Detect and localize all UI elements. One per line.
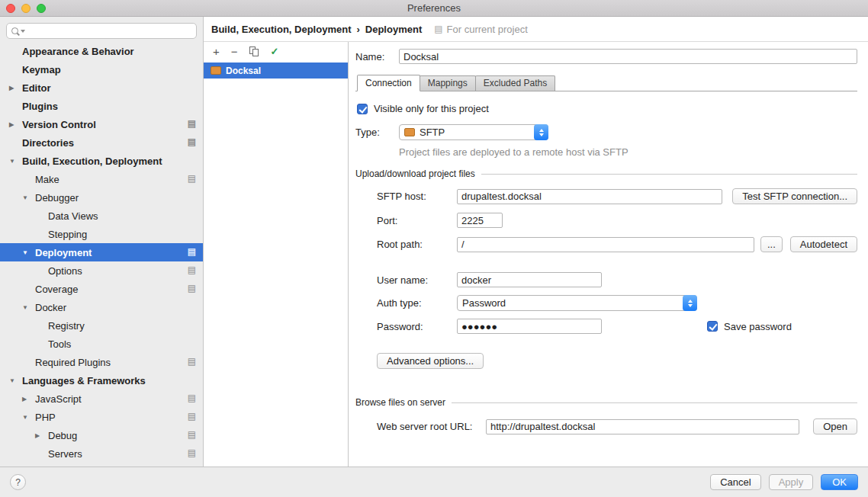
tab-excluded-paths[interactable]: Excluded Paths — [475, 75, 555, 91]
web-root-input[interactable] — [486, 419, 799, 434]
sidebar-item-editor[interactable]: ▶ Editor — [0, 79, 203, 97]
sftp-host-row: SFTP host: Test SFTP connection... — [377, 188, 857, 204]
zoom-window-button[interactable] — [37, 4, 46, 13]
use-as-default-button[interactable]: ✓ — [271, 46, 279, 57]
type-help-text: Project files are deployed to a remote h… — [399, 146, 857, 158]
sidebar-item-appearance-behavior[interactable]: Appearance & Behavior — [0, 42, 203, 60]
open-url-button[interactable]: Open — [813, 418, 857, 434]
name-input[interactable] — [399, 49, 857, 64]
window-title: Preferences — [407, 2, 461, 14]
type-select[interactable]: SFTP — [399, 124, 548, 140]
sidebar-item-javascript[interactable]: ▶ JavaScript ▤ — [0, 390, 203, 408]
sidebar-item-label: Stepping — [48, 229, 87, 240]
save-password-row: Save password — [707, 321, 792, 332]
section-divider — [481, 174, 857, 175]
sidebar-item-options[interactable]: Options ▤ — [0, 261, 203, 280]
sidebar-item-languages-frameworks[interactable]: ▼ Languages & Frameworks — [0, 371, 203, 390]
search-history-chevron-icon[interactable] — [21, 30, 25, 33]
browse-section-header: Browse files on server — [355, 397, 857, 408]
root-path-input[interactable] — [457, 237, 754, 252]
sidebar-item-label: Servers — [48, 448, 82, 460]
expand-arrow-icon[interactable]: ▶ — [35, 432, 48, 439]
sftp-host-label: SFTP host: — [377, 191, 457, 202]
server-list-panel: + − ✓ Docksal — [204, 42, 349, 467]
sidebar-item-docker[interactable]: ▼ Docker — [0, 298, 203, 316]
save-password-label: Save password — [724, 321, 792, 332]
expand-arrow-icon[interactable]: ▼ — [22, 194, 35, 201]
sidebar-item-plugins[interactable]: Plugins — [0, 97, 203, 115]
server-item-label: Docksal — [226, 66, 261, 76]
breadcrumb: Build, Execution, Deployment › Deploymen… — [204, 17, 868, 42]
tab-connection[interactable]: Connection — [357, 75, 420, 91]
dropdown-stepper-icon[interactable] — [534, 124, 548, 140]
sidebar-item-label: Docker — [35, 302, 66, 313]
advanced-options-button[interactable]: Advanced options... — [377, 353, 484, 369]
sidebar-item-stepping[interactable]: Stepping — [0, 225, 203, 243]
auth-type-select[interactable]: Password — [457, 295, 697, 311]
sidebar-item-debugger[interactable]: ▼ Debugger — [0, 188, 203, 207]
minimize-window-button[interactable] — [21, 4, 31, 13]
expand-arrow-icon[interactable]: ▶ — [9, 85, 22, 91]
visible-only-row: Visible only for this project — [355, 103, 857, 114]
port-label: Port: — [377, 215, 457, 226]
titlebar: Preferences — [0, 0, 868, 17]
sidebar-item-label: JavaScript — [35, 393, 82, 405]
port-input[interactable] — [457, 213, 503, 228]
expand-arrow-icon[interactable]: ▶ — [22, 396, 35, 402]
sidebar-item-label: Make — [35, 174, 59, 185]
sidebar-item-label: Plugins — [22, 101, 58, 112]
expand-arrow-icon[interactable]: ▼ — [9, 158, 22, 165]
settings-search-box[interactable] — [6, 23, 197, 39]
browse-section-title: Browse files on server — [355, 397, 445, 408]
sidebar-item-directories[interactable]: Directories ▤ — [0, 133, 203, 152]
sidebar-item-label: Build, Execution, Deployment — [22, 156, 162, 167]
web-root-label: Web server root URL: — [377, 421, 486, 432]
browse-root-path-button[interactable]: ... — [760, 236, 783, 252]
test-sftp-connection-button[interactable]: Test SFTP connection... — [732, 188, 857, 204]
password-input[interactable] — [457, 319, 602, 334]
scope-note: ▤ For current project — [434, 24, 528, 35]
add-server-button[interactable]: + — [213, 46, 220, 57]
visible-only-checkbox[interactable] — [357, 104, 368, 114]
sidebar-item-tools[interactable]: Tools — [0, 335, 203, 353]
close-window-button[interactable] — [6, 4, 15, 13]
type-row: Type: SFTP — [355, 124, 857, 140]
ok-button[interactable]: OK — [821, 474, 858, 490]
cancel-button[interactable]: Cancel — [710, 474, 760, 490]
dropdown-stepper-icon[interactable] — [683, 295, 697, 311]
user-name-input[interactable] — [457, 272, 602, 287]
breadcrumb-section[interactable]: Build, Execution, Deployment — [211, 24, 351, 35]
sidebar-item-coverage[interactable]: Coverage ▤ — [0, 280, 203, 298]
expand-arrow-icon[interactable]: ▶ — [9, 121, 22, 128]
expand-arrow-icon[interactable]: ▼ — [22, 249, 35, 256]
expand-arrow-icon[interactable]: ▼ — [22, 304, 35, 311]
sidebar-item-registry[interactable]: Registry — [0, 316, 203, 335]
preferences-window: Preferences Appearance & Behavior Keymap — [0, 0, 868, 497]
sidebar-item-required-plugins[interactable]: Required Plugins ▤ — [0, 353, 203, 371]
remove-server-button[interactable]: − — [231, 46, 238, 57]
deployment-form: Name: Connection Mappings Excluded Paths… — [349, 42, 868, 467]
sidebar-item-data-views[interactable]: Data Views — [0, 207, 203, 225]
save-password-checkbox[interactable] — [707, 321, 718, 332]
sftp-host-input[interactable] — [457, 189, 722, 204]
sidebar-item-build-execution-deployment[interactable]: ▼ Build, Execution, Deployment — [0, 152, 203, 170]
expand-arrow-icon[interactable]: ▼ — [22, 414, 35, 421]
sidebar-item-version-control[interactable]: ▶ Version Control ▤ — [0, 115, 203, 133]
autodetect-button[interactable]: Autodetect — [790, 236, 857, 252]
sidebar-item-debug[interactable]: ▶ Debug ▤ — [0, 426, 203, 444]
tab-mappings[interactable]: Mappings — [420, 75, 476, 91]
user-name-row: User name: — [377, 272, 857, 287]
apply-button[interactable]: Apply — [769, 474, 814, 490]
sidebar-item-deployment[interactable]: ▼ Deployment ▤ — [0, 243, 203, 261]
auth-type-selected-value: Password — [462, 297, 506, 309]
sidebar-item-servers[interactable]: Servers ▤ — [0, 444, 203, 463]
copy-server-button[interactable] — [249, 46, 259, 57]
expand-arrow-icon[interactable]: ▼ — [9, 377, 22, 384]
sidebar-item-keymap[interactable]: Keymap — [0, 60, 203, 79]
sidebar-item-php[interactable]: ▼ PHP ▤ — [0, 408, 203, 426]
sidebar-item-make[interactable]: Make ▤ — [0, 170, 203, 188]
server-list-item-docksal[interactable]: Docksal — [204, 63, 348, 79]
settings-search-input[interactable] — [27, 25, 191, 37]
port-row: Port: — [377, 213, 857, 228]
help-button[interactable]: ? — [10, 474, 26, 490]
